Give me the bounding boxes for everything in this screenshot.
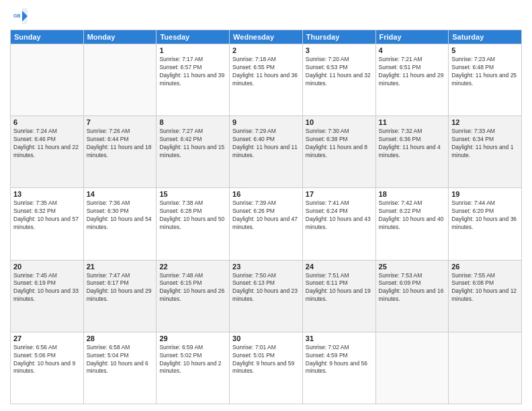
table-row: 14Sunrise: 7:36 AMSunset: 6:30 PMDayligh… xyxy=(83,188,157,260)
day-number: 31 xyxy=(306,334,373,342)
day-info: Sunrise: 7:24 AMSunset: 6:46 PMDaylight:… xyxy=(13,128,81,160)
sunrise-text: Sunrise: 6:59 AM xyxy=(159,344,203,351)
sunrise-text: Sunrise: 7:53 AM xyxy=(379,272,423,279)
day-info: Sunrise: 7:53 AMSunset: 6:09 PMDaylight:… xyxy=(379,272,446,304)
sunrise-text: Sunrise: 7:32 AM xyxy=(379,128,423,134)
svg-text:GB: GB xyxy=(13,13,21,18)
day-info: Sunrise: 6:56 AMSunset: 5:06 PMDaylight:… xyxy=(13,344,81,376)
sunset-text: Sunset: 6:26 PM xyxy=(232,208,275,214)
sunrise-text: Sunrise: 7:50 AM xyxy=(232,272,276,279)
day-info: Sunrise: 6:58 AMSunset: 5:04 PMDaylight:… xyxy=(87,344,154,376)
table-row: 6Sunrise: 7:24 AMSunset: 6:46 PMDaylight… xyxy=(11,116,84,188)
sunset-text: Sunset: 6:55 PM xyxy=(232,64,275,71)
sunset-text: Sunset: 6:46 PM xyxy=(13,136,56,142)
day-number: 29 xyxy=(159,334,226,342)
daylight-text: Daylight: 10 hours and 2 minutes. xyxy=(159,360,221,375)
daylight-text: Daylight: 11 hours and 32 minutes. xyxy=(306,72,371,87)
table-row: 12Sunrise: 7:33 AMSunset: 6:34 PMDayligh… xyxy=(449,116,522,188)
sunrise-text: Sunrise: 7:30 AM xyxy=(306,128,349,134)
sunrise-text: Sunrise: 7:47 AM xyxy=(87,272,130,279)
sunset-text: Sunset: 6:57 PM xyxy=(159,64,202,71)
daylight-text: Daylight: 11 hours and 39 minutes. xyxy=(159,72,224,87)
day-info: Sunrise: 7:27 AMSunset: 6:42 PMDaylight:… xyxy=(159,128,226,160)
sunset-text: Sunset: 6:30 PM xyxy=(87,208,129,214)
day-number: 5 xyxy=(451,46,519,54)
day-number: 17 xyxy=(306,190,373,198)
sunset-text: Sunset: 6:53 PM xyxy=(306,64,348,71)
day-info: Sunrise: 7:35 AMSunset: 6:32 PMDaylight:… xyxy=(13,199,81,232)
sunrise-text: Sunrise: 7:17 AM xyxy=(159,56,203,62)
sunset-text: Sunset: 6:28 PM xyxy=(159,208,202,214)
sunrise-text: Sunrise: 7:02 AM xyxy=(306,344,349,351)
calendar-week-row: 13Sunrise: 7:35 AMSunset: 6:32 PMDayligh… xyxy=(11,188,522,260)
sunrise-text: Sunrise: 6:56 AM xyxy=(13,344,57,351)
table-row: 7Sunrise: 7:26 AMSunset: 6:44 PMDaylight… xyxy=(83,116,157,188)
header-sunday: Sunday xyxy=(11,30,84,44)
day-number: 8 xyxy=(159,118,226,126)
daylight-text: Daylight: 10 hours and 36 minutes. xyxy=(451,216,517,230)
sunset-text: Sunset: 6:19 PM xyxy=(13,279,56,286)
table-row: 28Sunrise: 6:58 AMSunset: 5:04 PMDayligh… xyxy=(83,332,157,404)
sunrise-text: Sunrise: 7:20 AM xyxy=(306,56,349,62)
table-row: 21Sunrise: 7:47 AMSunset: 6:17 PMDayligh… xyxy=(83,260,157,332)
day-number: 20 xyxy=(13,263,81,271)
day-info: Sunrise: 7:38 AMSunset: 6:28 PMDaylight:… xyxy=(159,199,226,232)
sunset-text: Sunset: 6:44 PM xyxy=(87,136,129,142)
table-row: 2Sunrise: 7:18 AMSunset: 6:55 PMDaylight… xyxy=(230,44,303,116)
daylight-text: Daylight: 11 hours and 4 minutes. xyxy=(379,144,441,158)
sunrise-text: Sunrise: 7:26 AM xyxy=(87,128,130,134)
sunrise-text: Sunrise: 6:58 AM xyxy=(87,344,130,351)
daylight-text: Daylight: 10 hours and 50 minutes. xyxy=(159,216,224,230)
sunrise-text: Sunrise: 7:27 AM xyxy=(159,128,203,134)
header-tuesday: Tuesday xyxy=(157,30,230,44)
day-info: Sunrise: 7:44 AMSunset: 6:20 PMDaylight:… xyxy=(451,199,519,232)
table-row: 8Sunrise: 7:27 AMSunset: 6:42 PMDaylight… xyxy=(157,116,230,188)
sunrise-text: Sunrise: 7:41 AM xyxy=(306,199,349,206)
sunset-text: Sunset: 6:15 PM xyxy=(159,279,202,286)
daylight-text: Daylight: 11 hours and 25 minutes. xyxy=(451,72,517,87)
table-row: 5Sunrise: 7:23 AMSunset: 6:48 PMDaylight… xyxy=(449,44,522,116)
day-number: 6 xyxy=(13,118,81,126)
table-row: 18Sunrise: 7:42 AMSunset: 6:22 PMDayligh… xyxy=(375,188,449,260)
logo: GB xyxy=(10,7,30,26)
day-info: Sunrise: 7:17 AMSunset: 6:57 PMDaylight:… xyxy=(159,56,226,88)
daylight-text: Daylight: 11 hours and 18 minutes. xyxy=(87,144,152,158)
daylight-text: Daylight: 10 hours and 33 minutes. xyxy=(13,287,79,302)
day-number: 9 xyxy=(232,118,300,126)
day-info: Sunrise: 7:02 AMSunset: 4:59 PMDaylight:… xyxy=(306,344,373,376)
calendar-week-row: 6Sunrise: 7:24 AMSunset: 6:46 PMDaylight… xyxy=(11,116,522,188)
daylight-text: Daylight: 10 hours and 19 minutes. xyxy=(306,287,371,302)
header-friday: Friday xyxy=(375,30,449,44)
day-info: Sunrise: 7:33 AMSunset: 6:34 PMDaylight:… xyxy=(451,128,519,160)
daylight-text: Daylight: 11 hours and 36 minutes. xyxy=(232,72,298,87)
table-row: 9Sunrise: 7:29 AMSunset: 6:40 PMDaylight… xyxy=(230,116,303,188)
daylight-text: Daylight: 10 hours and 57 minutes. xyxy=(13,216,79,230)
table-row xyxy=(375,332,449,404)
header-thursday: Thursday xyxy=(302,30,375,44)
sunrise-text: Sunrise: 7:18 AM xyxy=(232,56,276,62)
sunrise-text: Sunrise: 7:29 AM xyxy=(232,128,276,134)
sunrise-text: Sunrise: 7:21 AM xyxy=(379,56,423,62)
table-row: 30Sunrise: 7:01 AMSunset: 5:01 PMDayligh… xyxy=(230,332,303,404)
sunrise-text: Sunrise: 7:24 AM xyxy=(13,128,57,134)
day-number: 30 xyxy=(232,334,300,342)
day-info: Sunrise: 7:29 AMSunset: 6:40 PMDaylight:… xyxy=(232,128,300,160)
table-row: 16Sunrise: 7:39 AMSunset: 6:26 PMDayligh… xyxy=(230,188,303,260)
day-info: Sunrise: 7:23 AMSunset: 6:48 PMDaylight:… xyxy=(451,56,519,88)
sunset-text: Sunset: 6:51 PM xyxy=(379,64,421,71)
calendar-week-row: 1Sunrise: 7:17 AMSunset: 6:57 PMDaylight… xyxy=(11,44,522,116)
calendar-page: GB Sunday Monday Tuesday Wednesday Thurs… xyxy=(0,0,532,411)
daylight-text: Daylight: 11 hours and 15 minutes. xyxy=(159,144,224,158)
header-saturday: Saturday xyxy=(449,30,522,44)
daylight-text: Daylight: 10 hours and 54 minutes. xyxy=(87,216,152,230)
daylight-text: Daylight: 11 hours and 29 minutes. xyxy=(379,72,444,87)
sunrise-text: Sunrise: 7:55 AM xyxy=(451,272,495,279)
day-number: 11 xyxy=(379,118,446,126)
sunset-text: Sunset: 6:22 PM xyxy=(379,208,421,214)
daylight-text: Daylight: 10 hours and 29 minutes. xyxy=(87,287,152,302)
daylight-text: Daylight: 10 hours and 40 minutes. xyxy=(379,216,444,230)
table-row xyxy=(449,332,522,404)
day-info: Sunrise: 7:36 AMSunset: 6:30 PMDaylight:… xyxy=(87,199,154,232)
day-number: 22 xyxy=(159,263,226,271)
day-info: Sunrise: 6:59 AMSunset: 5:02 PMDaylight:… xyxy=(159,344,226,376)
